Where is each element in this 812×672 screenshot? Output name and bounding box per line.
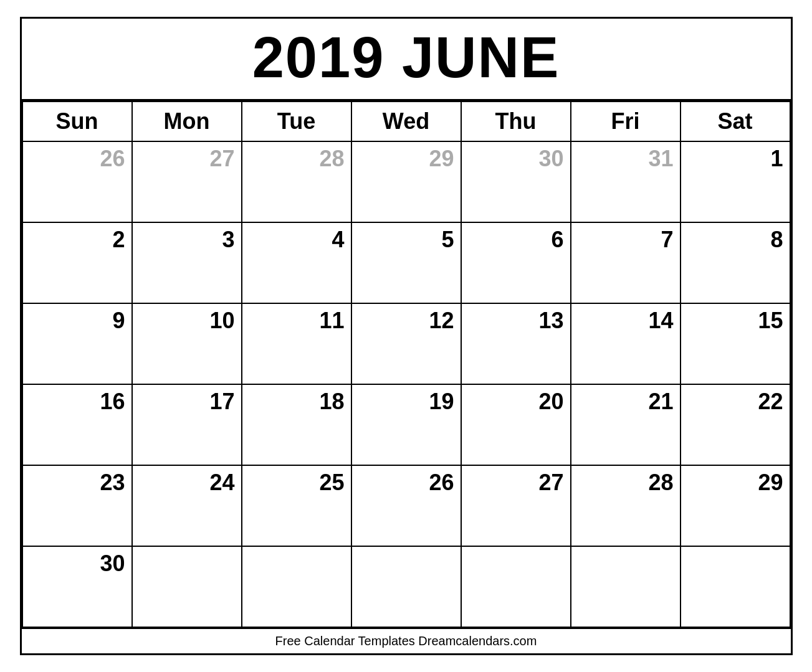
calendar-cell-week5-day2[interactable]: 24 bbox=[132, 465, 242, 546]
calendar-cell-week5-day6[interactable]: 28 bbox=[571, 465, 681, 546]
day-of-week-tue: Tue bbox=[242, 102, 351, 141]
calendar-cell-week5-day4[interactable]: 26 bbox=[351, 465, 461, 546]
calendar-cell-week1-day3[interactable]: 28 bbox=[242, 141, 351, 222]
calendar-cell-week4-day1[interactable]: 16 bbox=[22, 384, 132, 465]
days-of-week-row: SunMonTueWedThuFriSat bbox=[22, 102, 790, 141]
calendar-cell-week1-day7[interactable]: 1 bbox=[681, 141, 790, 222]
calendar-cell-week6-day1[interactable]: 30 bbox=[22, 546, 132, 627]
calendar-cell-week1-day1[interactable]: 26 bbox=[22, 141, 132, 222]
calendar-cell-week2-day4[interactable]: 5 bbox=[351, 222, 461, 303]
week-row-3: 9101112131415 bbox=[22, 303, 790, 384]
week-row-6: 30 bbox=[22, 546, 790, 627]
calendar-cell-week1-day6[interactable]: 31 bbox=[571, 141, 681, 222]
calendar-cell-week2-day7[interactable]: 8 bbox=[681, 222, 790, 303]
calendar-cell-week6-day2[interactable] bbox=[132, 546, 242, 627]
calendar-cell-week3-day6[interactable]: 14 bbox=[571, 303, 681, 384]
calendar-cell-week3-day3[interactable]: 11 bbox=[242, 303, 351, 384]
week-row-2: 2345678 bbox=[22, 222, 790, 303]
calendar-cell-week5-day5[interactable]: 27 bbox=[461, 465, 571, 546]
calendar-cell-week3-day1[interactable]: 9 bbox=[22, 303, 132, 384]
calendar-cell-week6-day4[interactable] bbox=[351, 546, 461, 627]
calendar-grid: SunMonTueWedThuFriSat 262728293031123456… bbox=[22, 101, 791, 628]
calendar-cell-week2-day5[interactable]: 6 bbox=[461, 222, 571, 303]
calendar-cell-week3-day4[interactable]: 12 bbox=[351, 303, 461, 384]
calendar-cell-week4-day2[interactable]: 17 bbox=[132, 384, 242, 465]
calendar-cell-week3-day7[interactable]: 15 bbox=[681, 303, 790, 384]
calendar-cell-week5-day3[interactable]: 25 bbox=[242, 465, 351, 546]
calendar-container: 2019 JUNE SunMonTueWedThuFriSat 26272829… bbox=[20, 17, 793, 655]
calendar-cell-week5-day7[interactable]: 29 bbox=[681, 465, 790, 546]
day-of-week-mon: Mon bbox=[132, 102, 242, 141]
day-of-week-wed: Wed bbox=[351, 102, 461, 141]
calendar-cell-week1-day5[interactable]: 30 bbox=[461, 141, 571, 222]
calendar-footer: Free Calendar Templates Dreamcalendars.c… bbox=[22, 628, 791, 653]
calendar-cell-week4-day5[interactable]: 20 bbox=[461, 384, 571, 465]
day-of-week-sat: Sat bbox=[681, 102, 790, 141]
day-of-week-thu: Thu bbox=[461, 102, 571, 141]
calendar-cell-week1-day2[interactable]: 27 bbox=[132, 141, 242, 222]
calendar-cell-week3-day2[interactable]: 10 bbox=[132, 303, 242, 384]
calendar-cell-week6-day3[interactable] bbox=[242, 546, 351, 627]
calendar-cell-week4-day4[interactable]: 19 bbox=[351, 384, 461, 465]
calendar-cell-week2-day3[interactable]: 4 bbox=[242, 222, 351, 303]
calendar-cell-week6-day6[interactable] bbox=[571, 546, 681, 627]
calendar-cell-week1-day4[interactable]: 29 bbox=[351, 141, 461, 222]
day-of-week-sun: Sun bbox=[22, 102, 132, 141]
calendar-cell-week4-day6[interactable]: 21 bbox=[571, 384, 681, 465]
day-of-week-fri: Fri bbox=[571, 102, 681, 141]
calendar-cell-week6-day7[interactable] bbox=[681, 546, 790, 627]
calendar-cell-week4-day7[interactable]: 22 bbox=[681, 384, 790, 465]
calendar-title: 2019 JUNE bbox=[22, 19, 791, 101]
calendar-cell-week4-day3[interactable]: 18 bbox=[242, 384, 351, 465]
calendar-cell-week6-day5[interactable] bbox=[461, 546, 571, 627]
calendar-cell-week2-day6[interactable]: 7 bbox=[571, 222, 681, 303]
calendar-cell-week2-day1[interactable]: 2 bbox=[22, 222, 132, 303]
week-row-4: 16171819202122 bbox=[22, 384, 790, 465]
week-row-1: 2627282930311 bbox=[22, 141, 790, 222]
calendar-cell-week5-day1[interactable]: 23 bbox=[22, 465, 132, 546]
week-row-5: 23242526272829 bbox=[22, 465, 790, 546]
calendar-cell-week3-day5[interactable]: 13 bbox=[461, 303, 571, 384]
calendar-cell-week2-day2[interactable]: 3 bbox=[132, 222, 242, 303]
